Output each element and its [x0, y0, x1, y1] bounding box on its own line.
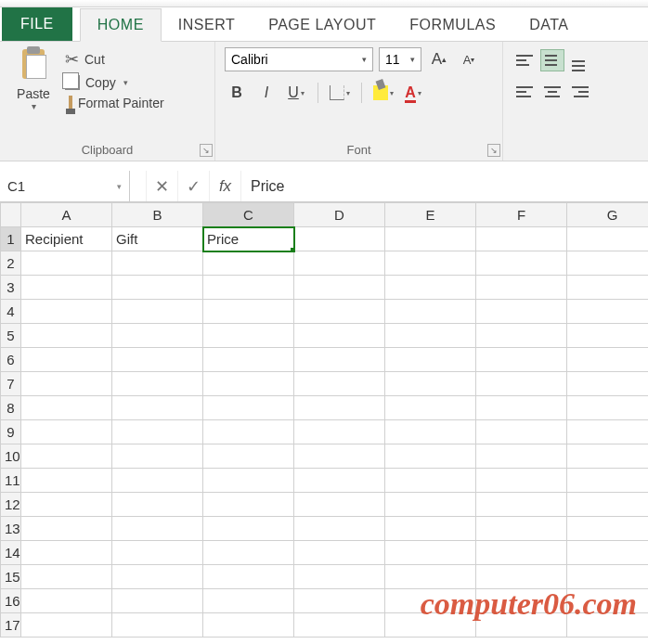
cell-D10[interactable]: [294, 444, 385, 469]
cell-G6[interactable]: [567, 348, 649, 372]
cell-C5[interactable]: [203, 324, 294, 348]
cell-A12[interactable]: [21, 493, 112, 517]
cell-E3[interactable]: [385, 276, 476, 300]
cell-E7[interactable]: [385, 372, 476, 396]
cell-G12[interactable]: [567, 493, 649, 517]
cell-A4[interactable]: [21, 300, 112, 324]
cell-A9[interactable]: [21, 420, 112, 444]
row-header-15[interactable]: 15: [1, 565, 21, 589]
row-header-1[interactable]: 1: [1, 227, 21, 251]
fill-color-button[interactable]: ▾: [371, 81, 395, 105]
cell-C10[interactable]: [203, 444, 294, 469]
cell-C2[interactable]: [203, 251, 294, 276]
worksheet-grid[interactable]: ABCDEFG1RecipientGiftPrice23456789101112…: [0, 202, 648, 638]
cell-D3[interactable]: [294, 276, 385, 300]
cell-G2[interactable]: [567, 251, 649, 276]
cell-F11[interactable]: [476, 469, 567, 493]
row-header-12[interactable]: 12: [1, 493, 21, 517]
italic-button[interactable]: I: [254, 81, 279, 105]
align-left-button[interactable]: [512, 81, 537, 103]
cell-B7[interactable]: [112, 372, 203, 396]
cell-F10[interactable]: [476, 444, 567, 469]
cell-A3[interactable]: [21, 276, 112, 300]
cell-G7[interactable]: [567, 372, 649, 396]
cell-F14[interactable]: [476, 541, 567, 565]
cell-C17[interactable]: [203, 613, 294, 638]
cell-E13[interactable]: [385, 517, 476, 541]
cell-D16[interactable]: [294, 589, 385, 613]
cell-D1[interactable]: [294, 227, 385, 251]
column-header-A[interactable]: A: [21, 203, 112, 227]
cell-D15[interactable]: [294, 565, 385, 589]
cell-F15[interactable]: [476, 565, 567, 589]
cell-D8[interactable]: [294, 396, 385, 420]
cell-D5[interactable]: [294, 324, 385, 348]
cell-D4[interactable]: [294, 300, 385, 324]
align-center-button[interactable]: [540, 81, 564, 103]
row-header-3[interactable]: 3: [1, 276, 21, 300]
cell-F9[interactable]: [476, 420, 567, 444]
row-header-14[interactable]: 14: [1, 541, 21, 565]
name-box[interactable]: C1 ▾: [0, 171, 130, 201]
cell-E8[interactable]: [385, 396, 476, 420]
align-middle-button[interactable]: [540, 49, 564, 71]
cell-G11[interactable]: [567, 469, 649, 493]
cell-B9[interactable]: [112, 420, 203, 444]
tab-insert[interactable]: INSERT: [162, 9, 252, 41]
cell-F13[interactable]: [476, 517, 567, 541]
insert-function-button[interactable]: fx: [210, 171, 241, 201]
font-launcher[interactable]: ↘: [487, 144, 500, 157]
copy-button[interactable]: Copy ▾: [65, 75, 164, 90]
tab-home[interactable]: HOME: [80, 8, 162, 42]
cell-A1[interactable]: Recipient: [21, 227, 112, 251]
cell-E10[interactable]: [385, 444, 476, 469]
cell-D9[interactable]: [294, 420, 385, 444]
paste-dropdown-arrow[interactable]: ▾: [32, 101, 36, 111]
tab-page-layout[interactable]: PAGE LAYOUT: [252, 9, 393, 41]
row-header-16[interactable]: 16: [1, 589, 21, 613]
font-name-dropdown[interactable]: Calibri ▾: [225, 47, 373, 71]
font-color-button[interactable]: A▾: [401, 81, 425, 105]
cell-A11[interactable]: [21, 469, 112, 493]
cell-C6[interactable]: [203, 348, 294, 372]
cell-C8[interactable]: [203, 396, 294, 420]
row-header-4[interactable]: 4: [1, 300, 21, 324]
cell-F4[interactable]: [476, 300, 567, 324]
row-header-13[interactable]: 13: [1, 517, 21, 541]
cell-D17[interactable]: [294, 613, 385, 638]
paste-button[interactable]: Paste ▾: [9, 47, 58, 141]
cell-A13[interactable]: [21, 517, 112, 541]
column-header-D[interactable]: D: [294, 203, 385, 227]
align-bottom-button[interactable]: [568, 49, 592, 71]
cell-C1[interactable]: Price: [203, 227, 294, 251]
cell-F8[interactable]: [476, 396, 567, 420]
tab-file[interactable]: FILE: [2, 7, 72, 41]
cell-A10[interactable]: [21, 444, 112, 469]
cell-D12[interactable]: [294, 493, 385, 517]
cell-E15[interactable]: [385, 565, 476, 589]
copy-dropdown-arrow[interactable]: ▾: [123, 78, 128, 87]
cell-F5[interactable]: [476, 324, 567, 348]
cell-B2[interactable]: [112, 251, 203, 276]
cell-A2[interactable]: [21, 251, 112, 276]
cell-C13[interactable]: [203, 517, 294, 541]
cell-E2[interactable]: [385, 251, 476, 276]
cell-B11[interactable]: [112, 469, 203, 493]
cell-E1[interactable]: [385, 227, 476, 251]
cell-F2[interactable]: [476, 251, 567, 276]
cell-B17[interactable]: [112, 613, 203, 638]
cell-E12[interactable]: [385, 493, 476, 517]
cell-A8[interactable]: [21, 396, 112, 420]
cell-E5[interactable]: [385, 324, 476, 348]
cell-D13[interactable]: [294, 517, 385, 541]
cell-G15[interactable]: [567, 565, 649, 589]
column-header-C[interactable]: C: [203, 203, 294, 227]
cell-A6[interactable]: [21, 348, 112, 372]
row-header-7[interactable]: 7: [1, 372, 21, 396]
cell-G1[interactable]: [567, 227, 649, 251]
cell-B13[interactable]: [112, 517, 203, 541]
cell-B4[interactable]: [112, 300, 203, 324]
row-header-5[interactable]: 5: [1, 324, 21, 348]
cell-D11[interactable]: [294, 469, 385, 493]
cell-B1[interactable]: Gift: [112, 227, 203, 251]
